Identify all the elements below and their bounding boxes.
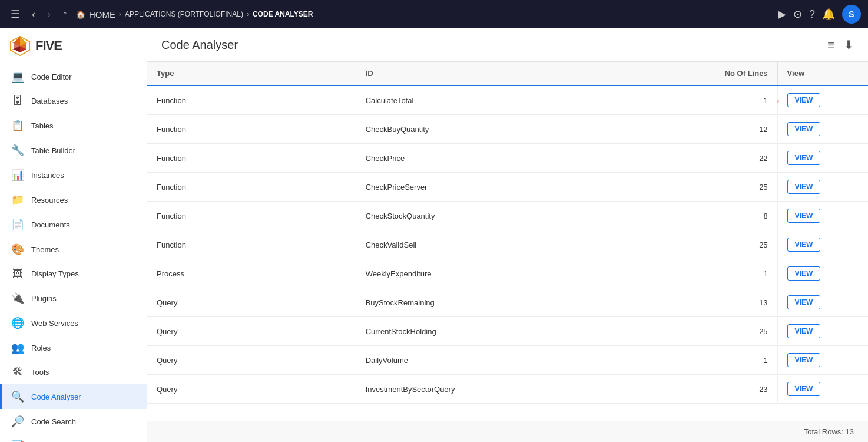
table-row: Query InvestmentBySectorQuery 23 VIEW [147,375,868,404]
forward-button[interactable]: › [44,6,54,23]
cell-id: CheckBuyQuantity [356,115,677,144]
code-search-label: Code Search [31,417,76,426]
cell-view: VIEW [777,375,868,404]
user-avatar[interactable]: S [842,5,861,24]
databases-label: Databases [31,97,68,105]
documents-label: Documents [31,220,70,229]
sidebar-item-code-analyser[interactable]: 🔍 Code Analyser [0,384,147,409]
col-id: ID [356,62,677,85]
cell-type: Query [147,317,356,346]
topbar: ☰ ‹ › ↑ 🏠 HOME › APPLICATIONS (PORTFOLIO… [0,0,868,28]
view-button-4[interactable]: VIEW [787,209,821,223]
tables-icon: 📋 [11,119,24,132]
total-rows: Total Rows: 13 [804,427,854,436]
form-code-icon: 📝 [11,440,24,442]
cell-lines: 1 [677,259,777,288]
sidebar-item-plugins[interactable]: 🔌 Plugins [0,286,147,311]
sidebar-item-web-services[interactable]: 🌐 Web Services [0,311,147,335]
cell-type: Process [147,259,356,288]
help-button[interactable]: ? [809,8,815,21]
sidebar-nav: 💻 Code Editor 🗄 Databases 📋 Tables 🔧 Tab… [0,64,147,442]
view-button-3[interactable]: VIEW [787,180,821,194]
code-search-icon: 🔎 [11,415,24,428]
display-types-icon: 🖼 [11,268,24,280]
cell-lines: 13 [677,288,777,317]
notification-button[interactable]: 🔔 [822,8,835,21]
search-button[interactable]: ⊙ [793,8,802,21]
download-button[interactable]: ⬇ [844,38,854,52]
code-analyser-table: Type ID No Of Lines View Function Calcul… [147,62,868,404]
table-builder-label: Table Builder [31,146,75,155]
view-button-2[interactable]: VIEW [787,151,821,165]
cell-type: Function [147,115,356,144]
sidebar-item-tools[interactable]: 🛠 Tools [0,360,147,384]
code-analyser-icon: 🔍 [11,390,24,403]
view-button-7[interactable]: VIEW [787,295,821,309]
cell-type: Function [147,202,356,230]
table-header-row: Type ID No Of Lines View [147,62,868,85]
cell-id: CheckPrice [356,144,677,173]
sidebar-item-tables[interactable]: 📋 Tables [0,113,147,138]
table-row: Query DailyVolume 1 VIEW [147,346,868,375]
sidebar-item-instances[interactable]: 📊 Instances [0,163,147,187]
table-row: Function CheckPriceServer 25 VIEW [147,173,868,202]
view-button-10[interactable]: VIEW [787,382,821,396]
sidebar-item-roles[interactable]: 👥 Roles [0,335,147,360]
display-types-label: Display Types [31,269,79,278]
sidebar-item-themes[interactable]: 🎨 Themes [0,237,147,262]
view-button-9[interactable]: VIEW [787,353,821,367]
menu-button[interactable]: ☰ [7,5,24,23]
resources-label: Resources [31,196,68,204]
plugins-icon: 🔌 [11,292,24,305]
databases-icon: 🗄 [11,95,24,107]
sidebar-item-table-builder[interactable]: 🔧 Table Builder [0,138,147,163]
sidebar-item-display-types[interactable]: 🖼 Display Types [0,262,147,286]
arrow-annotation: → [770,94,782,107]
cell-view: VIEW [777,202,868,230]
sidebar-item-resources[interactable]: 📁 Resources [0,187,147,212]
table-row: Function CheckValidSell 25 VIEW [147,230,868,259]
table-footer: Total Rows: 13 [147,421,868,442]
cell-type: Query [147,375,356,404]
cell-view: VIEW [777,288,868,317]
sidebar-item-code-search[interactable]: 🔎 Code Search [0,409,147,434]
sidebar-item-databases[interactable]: 🗄 Databases [0,89,147,113]
documents-icon: 📄 [11,218,24,231]
web-services-label: Web Services [31,319,78,328]
sidebar-item-form-code[interactable]: 📝 Form Code [0,434,147,442]
col-lines: No Of Lines [677,62,777,85]
filter-button[interactable]: ≡ [827,38,834,52]
code-editor-label: Code Editor [31,72,72,81]
cell-id: CheckValidSell [356,230,677,259]
view-button-1[interactable]: VIEW [787,122,821,136]
play-button[interactable]: ▶ [778,8,786,21]
up-button[interactable]: ↑ [59,6,71,23]
cell-id: WeeklyExpenditure [356,259,677,288]
roles-label: Roles [31,344,51,352]
plugins-label: Plugins [31,294,57,303]
cell-view: VIEW [777,346,868,375]
breadcrumb-sep-1: › [119,10,121,18]
cell-id: DailyVolume [356,346,677,375]
breadcrumb-app-link[interactable]: APPLICATIONS (PORTFOLIOFINAL) [125,10,243,18]
code-analyser-label: Code Analyser [31,392,81,401]
cell-id: CheckPriceServer [356,173,677,202]
cell-id: CurrentStockHolding [356,317,677,346]
home-link[interactable]: HOME [89,9,115,19]
breadcrumb: 🏠 HOME › APPLICATIONS (PORTFOLIOFINAL) ›… [76,9,773,19]
roles-icon: 👥 [11,341,24,354]
resources-icon: 📁 [11,193,24,206]
view-button-0[interactable]: VIEW [787,93,821,107]
themes-icon: 🎨 [11,243,24,256]
web-services-icon: 🌐 [11,316,24,329]
cell-view: VIEW [777,317,868,346]
back-button[interactable]: ‹ [28,6,39,23]
cell-id: InvestmentBySectorQuery [356,375,677,404]
cell-type: Function [147,230,356,259]
sidebar-item-documents[interactable]: 📄 Documents [0,212,147,237]
sidebar-item-code-editor[interactable]: 💻 Code Editor [0,64,147,89]
table-row: Query BuyStockRemaining 13 VIEW [147,288,868,317]
view-button-8[interactable]: VIEW [787,324,821,338]
view-button-5[interactable]: VIEW [787,238,821,252]
view-button-6[interactable]: VIEW [787,266,821,281]
